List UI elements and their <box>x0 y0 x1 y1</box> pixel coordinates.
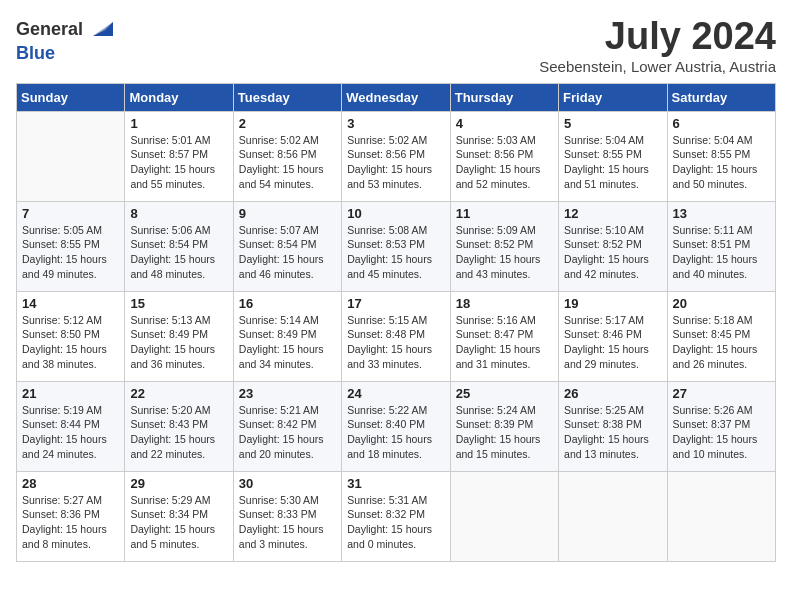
day-info: Sunrise: 5:15 AM Sunset: 8:48 PM Dayligh… <box>347 313 444 372</box>
day-number: 22 <box>130 386 227 401</box>
day-number: 26 <box>564 386 661 401</box>
weekday-header-saturday: Saturday <box>667 83 775 111</box>
calendar-cell: 9Sunrise: 5:07 AM Sunset: 8:54 PM Daylig… <box>233 201 341 291</box>
day-number: 21 <box>22 386 119 401</box>
day-info: Sunrise: 5:12 AM Sunset: 8:50 PM Dayligh… <box>22 313 119 372</box>
calendar-cell <box>559 471 667 561</box>
day-number: 12 <box>564 206 661 221</box>
day-info: Sunrise: 5:31 AM Sunset: 8:32 PM Dayligh… <box>347 493 444 552</box>
calendar-cell: 18Sunrise: 5:16 AM Sunset: 8:47 PM Dayli… <box>450 291 558 381</box>
day-info: Sunrise: 5:16 AM Sunset: 8:47 PM Dayligh… <box>456 313 553 372</box>
day-info: Sunrise: 5:29 AM Sunset: 8:34 PM Dayligh… <box>130 493 227 552</box>
title-block: July 2024 Seebenstein, Lower Austria, Au… <box>539 16 776 75</box>
weekday-header-monday: Monday <box>125 83 233 111</box>
day-number: 9 <box>239 206 336 221</box>
calendar-cell: 10Sunrise: 5:08 AM Sunset: 8:53 PM Dayli… <box>342 201 450 291</box>
day-number: 2 <box>239 116 336 131</box>
day-info: Sunrise: 5:10 AM Sunset: 8:52 PM Dayligh… <box>564 223 661 282</box>
calendar-cell <box>17 111 125 201</box>
day-info: Sunrise: 5:14 AM Sunset: 8:49 PM Dayligh… <box>239 313 336 372</box>
calendar-cell: 21Sunrise: 5:19 AM Sunset: 8:44 PM Dayli… <box>17 381 125 471</box>
calendar-cell: 25Sunrise: 5:24 AM Sunset: 8:39 PM Dayli… <box>450 381 558 471</box>
calendar-cell <box>667 471 775 561</box>
calendar-cell <box>450 471 558 561</box>
day-info: Sunrise: 5:05 AM Sunset: 8:55 PM Dayligh… <box>22 223 119 282</box>
calendar-cell: 16Sunrise: 5:14 AM Sunset: 8:49 PM Dayli… <box>233 291 341 381</box>
calendar-cell: 7Sunrise: 5:05 AM Sunset: 8:55 PM Daylig… <box>17 201 125 291</box>
day-number: 7 <box>22 206 119 221</box>
calendar-cell: 20Sunrise: 5:18 AM Sunset: 8:45 PM Dayli… <box>667 291 775 381</box>
logo: General Blue <box>16 16 113 64</box>
day-info: Sunrise: 5:04 AM Sunset: 8:55 PM Dayligh… <box>564 133 661 192</box>
day-number: 13 <box>673 206 770 221</box>
calendar-cell: 19Sunrise: 5:17 AM Sunset: 8:46 PM Dayli… <box>559 291 667 381</box>
day-number: 16 <box>239 296 336 311</box>
day-number: 5 <box>564 116 661 131</box>
day-info: Sunrise: 5:20 AM Sunset: 8:43 PM Dayligh… <box>130 403 227 462</box>
calendar-cell: 29Sunrise: 5:29 AM Sunset: 8:34 PM Dayli… <box>125 471 233 561</box>
logo-blue-text: Blue <box>16 43 55 63</box>
month-year-title: July 2024 <box>539 16 776 58</box>
day-info: Sunrise: 5:27 AM Sunset: 8:36 PM Dayligh… <box>22 493 119 552</box>
day-number: 11 <box>456 206 553 221</box>
day-number: 23 <box>239 386 336 401</box>
day-number: 31 <box>347 476 444 491</box>
day-info: Sunrise: 5:24 AM Sunset: 8:39 PM Dayligh… <box>456 403 553 462</box>
day-number: 19 <box>564 296 661 311</box>
calendar-cell: 23Sunrise: 5:21 AM Sunset: 8:42 PM Dayli… <box>233 381 341 471</box>
weekday-header-friday: Friday <box>559 83 667 111</box>
weekday-header-wednesday: Wednesday <box>342 83 450 111</box>
logo-icon <box>85 16 113 44</box>
location-text: Seebenstein, Lower Austria, Austria <box>539 58 776 75</box>
calendar-cell: 15Sunrise: 5:13 AM Sunset: 8:49 PM Dayli… <box>125 291 233 381</box>
day-number: 6 <box>673 116 770 131</box>
calendar-table: SundayMondayTuesdayWednesdayThursdayFrid… <box>16 83 776 562</box>
calendar-cell: 2Sunrise: 5:02 AM Sunset: 8:56 PM Daylig… <box>233 111 341 201</box>
day-number: 27 <box>673 386 770 401</box>
day-number: 8 <box>130 206 227 221</box>
day-info: Sunrise: 5:22 AM Sunset: 8:40 PM Dayligh… <box>347 403 444 462</box>
day-number: 30 <box>239 476 336 491</box>
calendar-cell: 3Sunrise: 5:02 AM Sunset: 8:56 PM Daylig… <box>342 111 450 201</box>
svg-marker-1 <box>93 22 113 36</box>
day-number: 20 <box>673 296 770 311</box>
calendar-cell: 13Sunrise: 5:11 AM Sunset: 8:51 PM Dayli… <box>667 201 775 291</box>
weekday-header-sunday: Sunday <box>17 83 125 111</box>
calendar-cell: 28Sunrise: 5:27 AM Sunset: 8:36 PM Dayli… <box>17 471 125 561</box>
day-info: Sunrise: 5:04 AM Sunset: 8:55 PM Dayligh… <box>673 133 770 192</box>
weekday-header-thursday: Thursday <box>450 83 558 111</box>
day-info: Sunrise: 5:02 AM Sunset: 8:56 PM Dayligh… <box>347 133 444 192</box>
day-info: Sunrise: 5:08 AM Sunset: 8:53 PM Dayligh… <box>347 223 444 282</box>
day-info: Sunrise: 5:13 AM Sunset: 8:49 PM Dayligh… <box>130 313 227 372</box>
calendar-cell: 6Sunrise: 5:04 AM Sunset: 8:55 PM Daylig… <box>667 111 775 201</box>
day-info: Sunrise: 5:07 AM Sunset: 8:54 PM Dayligh… <box>239 223 336 282</box>
calendar-cell: 22Sunrise: 5:20 AM Sunset: 8:43 PM Dayli… <box>125 381 233 471</box>
day-number: 25 <box>456 386 553 401</box>
page-header: General Blue July 2024 Seebenstein, Lowe… <box>16 16 776 75</box>
day-number: 1 <box>130 116 227 131</box>
day-info: Sunrise: 5:11 AM Sunset: 8:51 PM Dayligh… <box>673 223 770 282</box>
day-number: 15 <box>130 296 227 311</box>
calendar-cell: 14Sunrise: 5:12 AM Sunset: 8:50 PM Dayli… <box>17 291 125 381</box>
day-number: 4 <box>456 116 553 131</box>
day-info: Sunrise: 5:26 AM Sunset: 8:37 PM Dayligh… <box>673 403 770 462</box>
day-info: Sunrise: 5:03 AM Sunset: 8:56 PM Dayligh… <box>456 133 553 192</box>
day-number: 18 <box>456 296 553 311</box>
day-number: 29 <box>130 476 227 491</box>
day-info: Sunrise: 5:01 AM Sunset: 8:57 PM Dayligh… <box>130 133 227 192</box>
calendar-cell: 30Sunrise: 5:30 AM Sunset: 8:33 PM Dayli… <box>233 471 341 561</box>
day-info: Sunrise: 5:02 AM Sunset: 8:56 PM Dayligh… <box>239 133 336 192</box>
calendar-cell: 24Sunrise: 5:22 AM Sunset: 8:40 PM Dayli… <box>342 381 450 471</box>
calendar-cell: 17Sunrise: 5:15 AM Sunset: 8:48 PM Dayli… <box>342 291 450 381</box>
day-info: Sunrise: 5:21 AM Sunset: 8:42 PM Dayligh… <box>239 403 336 462</box>
day-number: 3 <box>347 116 444 131</box>
calendar-cell: 11Sunrise: 5:09 AM Sunset: 8:52 PM Dayli… <box>450 201 558 291</box>
calendar-cell: 5Sunrise: 5:04 AM Sunset: 8:55 PM Daylig… <box>559 111 667 201</box>
day-info: Sunrise: 5:19 AM Sunset: 8:44 PM Dayligh… <box>22 403 119 462</box>
day-info: Sunrise: 5:17 AM Sunset: 8:46 PM Dayligh… <box>564 313 661 372</box>
day-info: Sunrise: 5:25 AM Sunset: 8:38 PM Dayligh… <box>564 403 661 462</box>
calendar-cell: 1Sunrise: 5:01 AM Sunset: 8:57 PM Daylig… <box>125 111 233 201</box>
day-number: 10 <box>347 206 444 221</box>
day-number: 28 <box>22 476 119 491</box>
day-number: 24 <box>347 386 444 401</box>
